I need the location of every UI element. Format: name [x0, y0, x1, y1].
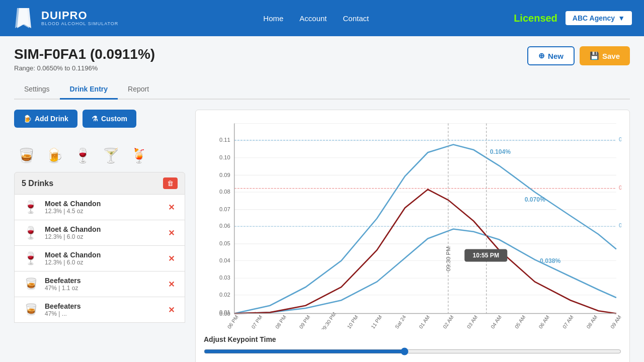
svg-text:0.104%: 0.104% — [490, 148, 511, 155]
svg-text:07 PM: 07 PM — [251, 314, 264, 329]
drink-buttons: 🍺 Add Drink ⚗ Custom — [14, 110, 185, 128]
svg-text:0.07: 0.07 — [219, 206, 230, 212]
svg-text:0.120% (Upper Error Range BAC): 0.120% (Upper Error Range BAC) — [619, 136, 621, 142]
svg-text:05 AM: 05 AM — [514, 314, 526, 329]
nav-contact[interactable]: Contact — [343, 14, 369, 23]
header-right: Licensed ABC Agency ▼ — [514, 11, 632, 25]
logo-icon — [12, 6, 36, 30]
svg-text:0.11: 0.11 — [219, 137, 230, 143]
new-button[interactable]: ⊕ New — [527, 46, 575, 65]
svg-text:Sat 24: Sat 24 — [394, 314, 407, 329]
sim-actions: ⊕ New 💾 Save — [527, 46, 630, 65]
drink-icon-wine-2: 🍷 — [22, 226, 40, 240]
remove-drink-3[interactable]: ✕ — [165, 253, 178, 264]
svg-text:10:55 PM: 10:55 PM — [472, 252, 499, 259]
drink-icon-wine-1: 🍷 — [22, 200, 40, 214]
header: DUIPRO BLOOD ALCOHOL SIMULATOR Home Acco… — [0, 0, 644, 36]
agency-dropdown[interactable]: ABC Agency ▼ — [566, 11, 632, 25]
drink-item-3: 🍷 Moet & Chandon 12.3% | 6.0 oz ✕ — [14, 246, 185, 272]
chart-area: 0.11 0.10 0.09 0.08 0.07 0.06 0.05 0.04 … — [195, 110, 630, 362]
svg-text:02 AM: 02 AM — [442, 314, 454, 329]
svg-text:0.065% (Lower Error Range BAC): 0.065% (Lower Error Range BAC) — [619, 222, 621, 228]
svg-text:0.038%: 0.038% — [540, 257, 560, 264]
logo-area: DUIPRO BLOOD ALCOHOL SIMULATOR — [12, 6, 118, 30]
save-button[interactable]: 💾 Save — [580, 46, 630, 65]
svg-text:0.00: 0.00 — [219, 311, 230, 317]
svg-text:07 AM: 07 AM — [561, 314, 574, 329]
drink-type-icons: 🥃 🍺 🍷 🍸 🍹 — [14, 136, 185, 164]
svg-text:06 AM: 06 AM — [538, 314, 550, 329]
add-drink-button[interactable]: 🍺 Add Drink — [14, 110, 77, 128]
main-content: SIM-F0FA1 (0.0911%) Range: 0.0650% to 0.… — [0, 36, 644, 362]
drink-item-1: 🍷 Moet & Chandon 12.3% | 4.5 oz ✕ — [14, 195, 185, 220]
left-panel: 🍺 Add Drink ⚗ Custom 🥃 🍺 🍷 🍸 🍹 5 Drinks — [14, 110, 185, 362]
tabs: Settings Drink Entry Report — [14, 80, 630, 100]
svg-text:03 AM: 03 AM — [466, 314, 478, 329]
licensed-badge: Licensed — [514, 13, 557, 24]
drinks-count: 5 Drinks — [22, 179, 53, 188]
filter-icon: ⚗ — [92, 115, 98, 123]
svg-text:0.091% (Max BAC): 0.091% (Max BAC) — [619, 185, 621, 191]
sim-title: SIM-F0FA1 (0.0911%) — [14, 46, 155, 62]
plus-circle-icon: ⊕ — [538, 51, 545, 60]
tab-drink-entry[interactable]: Drink Entry — [60, 80, 118, 100]
beer-mug-icon: 🍺 — [23, 115, 32, 123]
sim-range: Range: 0.0650% to 0.1196% — [14, 64, 155, 72]
tropical-icon[interactable]: 🍹 — [127, 136, 151, 164]
svg-text:11 PM: 11 PM — [370, 314, 383, 329]
beer-icon[interactable]: 🍺 — [42, 136, 66, 164]
svg-text:04 AM: 04 AM — [490, 314, 503, 329]
svg-text:09 PM: 09 PM — [298, 314, 311, 329]
drink-icon-whiskey-4: 🥃 — [22, 278, 40, 291]
drink-info-1: Moet & Chandon 12.3% | 4.5 oz — [45, 200, 160, 215]
sim-header: SIM-F0FA1 (0.0911%) Range: 0.0650% to 0.… — [14, 46, 630, 72]
keypoint-slider[interactable] — [204, 347, 621, 355]
remove-drink-5[interactable]: ✕ — [165, 304, 178, 316]
svg-text:0.10: 0.10 — [219, 154, 230, 160]
svg-text:01 AM: 01 AM — [418, 314, 431, 329]
svg-text:0.08: 0.08 — [219, 189, 230, 195]
remove-drink-1[interactable]: ✕ — [165, 202, 178, 213]
wine-icon[interactable]: 🍷 — [70, 136, 95, 164]
drink-info-4: Beefeaters 47% | 1.1 oz — [45, 277, 160, 292]
sim-info: SIM-F0FA1 (0.0911%) Range: 0.0650% to 0.… — [14, 46, 155, 72]
drink-item-2: 🍷 Moet & Chandon 12.3% | 6.0 oz ✕ — [14, 220, 185, 246]
svg-text:0.070%: 0.070% — [525, 196, 545, 203]
main-nav: Home Account Contact — [263, 14, 369, 23]
svg-text:08 PM: 08 PM — [274, 314, 287, 329]
chart-container: 0.11 0.10 0.09 0.08 0.07 0.06 0.05 0.04 … — [204, 118, 621, 329]
save-icon: 💾 — [590, 51, 599, 60]
svg-text:0.05: 0.05 — [219, 240, 230, 246]
delete-all-button[interactable]: 🗑 — [163, 177, 178, 189]
cocktail-icon[interactable]: 🍸 — [99, 136, 123, 164]
logo-text: DUIPRO BLOOD ALCOHOL SIMULATOR — [41, 10, 118, 27]
remove-drink-2[interactable]: ✕ — [165, 227, 178, 239]
custom-button[interactable]: ⚗ Custom — [83, 110, 136, 128]
adjust-keypoint-label: Adjust Keypoint Time — [204, 335, 621, 343]
nav-home[interactable]: Home — [263, 14, 283, 23]
drink-item-5: 🥃 Beefeaters 47% | ... ✕ — [14, 297, 185, 323]
drinks-list-header: 5 Drinks 🗑 — [14, 172, 185, 195]
svg-text:09:30 PM: 09:30 PM — [445, 246, 451, 271]
svg-text:0.02: 0.02 — [219, 292, 230, 298]
tab-report[interactable]: Report — [118, 80, 159, 100]
drink-item-4: 🥃 Beefeaters 47% | 1.1 oz ✕ — [14, 272, 185, 297]
drink-info-5: Beefeaters 47% | ... — [45, 302, 160, 317]
svg-text:09 AM: 09 AM — [609, 314, 621, 329]
remove-drink-4[interactable]: ✕ — [165, 279, 178, 290]
adjust-keypoint-section: Adjust Keypoint Time — [204, 335, 621, 357]
drink-info-3: Moet & Chandon 12.3% | 6.0 oz — [45, 251, 160, 266]
svg-text:08 AM: 08 AM — [586, 314, 598, 329]
svg-rect-2 — [234, 124, 616, 314]
whiskey-icon[interactable]: 🥃 — [14, 136, 38, 164]
nav-account[interactable]: Account — [299, 14, 327, 23]
svg-text:10 PM: 10 PM — [346, 314, 359, 329]
chevron-down-icon: ▼ — [618, 14, 625, 22]
svg-text:0.06: 0.06 — [219, 223, 230, 229]
tab-settings[interactable]: Settings — [14, 80, 60, 100]
drink-icon-wine-3: 🍷 — [22, 251, 40, 265]
svg-text:0.04: 0.04 — [219, 257, 230, 263]
trash-icon: 🗑 — [167, 179, 174, 187]
content-area: 🍺 Add Drink ⚗ Custom 🥃 🍺 🍷 🍸 🍹 5 Drinks — [14, 110, 630, 362]
svg-text:0.03: 0.03 — [219, 275, 230, 281]
